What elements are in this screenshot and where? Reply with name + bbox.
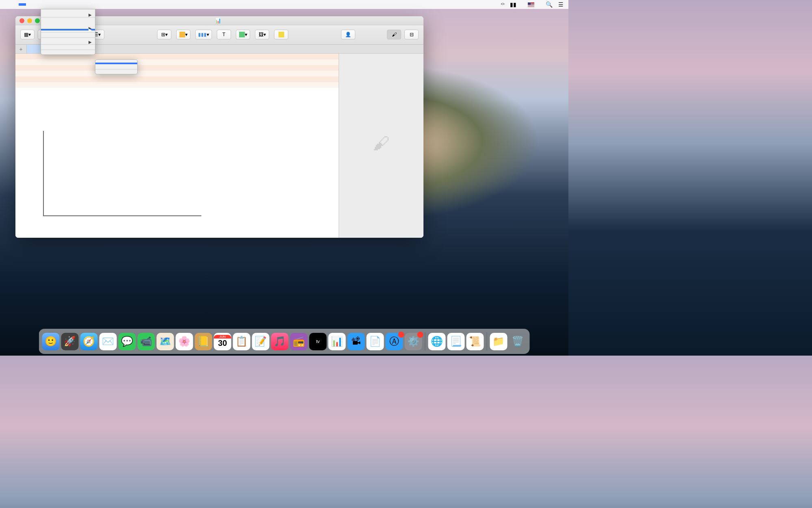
dock-keynote[interactable]: 📽 (348, 333, 365, 350)
dock-mail[interactable]: ✉️ (99, 333, 117, 350)
dock-textedit[interactable]: 📃 (447, 333, 465, 350)
format-button[interactable]: 🖌 (387, 30, 401, 39)
dock-launchpad[interactable]: 🚀 (61, 333, 79, 350)
minimize-window-button[interactable] (27, 18, 32, 23)
media-icon: 🖼 (259, 32, 263, 37)
media-button[interactable]: 🖼▾ (255, 30, 269, 39)
file-save-template[interactable] (41, 34, 95, 36)
input-source-icon[interactable] (528, 2, 534, 7)
dock-calendar[interactable]: JUN30 (214, 333, 231, 350)
chart-legend (27, 119, 201, 127)
menu-organise[interactable] (48, 3, 55, 6)
file-print[interactable] (41, 52, 95, 53)
menu-format[interactable] (55, 3, 63, 6)
menu-file[interactable] (19, 3, 26, 6)
zoom-window-button[interactable] (35, 18, 40, 23)
menu-table[interactable] (41, 3, 48, 6)
chart-icon: ▮▮▮ (198, 32, 207, 37)
control-center-icon[interactable]: ☰ (558, 1, 564, 8)
menu-share[interactable] (77, 3, 84, 6)
comment-button[interactable] (274, 30, 288, 39)
dock: 🙂 🚀 🧭 ✉️ 💬 📹 🗺️ 🌸 📒 JUN30 📋 📝 🎵 📻 tv 📊 📽… (39, 329, 530, 354)
menu-view[interactable] (70, 3, 77, 6)
dock-notes[interactable]: 📝 (252, 333, 270, 350)
export-tsv[interactable] (95, 66, 137, 67)
file-set-password[interactable] (41, 46, 95, 48)
format-sidebar: 🖌 (339, 54, 423, 238)
menu-edit[interactable] (26, 3, 33, 6)
file-menu-dropdown: ▶ ▶ ▶ ▶ (41, 9, 95, 55)
export-submenu (95, 59, 138, 74)
battery-icon[interactable]: ▮▮ (510, 1, 516, 8)
dock-trash[interactable]: 🗑️ (509, 333, 527, 350)
dock-downloads[interactable]: 📁 (490, 333, 508, 350)
menu-arrange[interactable] (63, 3, 70, 6)
spotlight-icon[interactable]: 🔍 (546, 1, 553, 8)
menu-insert[interactable] (33, 3, 41, 6)
dock-numbers[interactable]: 📊 (328, 333, 346, 350)
menubar: ⌔ ▮▮ 🔍 ☰ (0, 0, 568, 9)
table-button[interactable]: ▾ (176, 30, 190, 39)
area-chart[interactable] (27, 119, 201, 238)
dock-reminders[interactable]: 📋 (233, 333, 251, 350)
add-sheet-button[interactable]: + (15, 45, 27, 53)
menu-help[interactable] (92, 3, 99, 6)
file-open-recent[interactable]: ▶ (41, 14, 95, 15)
dock-script[interactable]: 📜 (466, 333, 484, 350)
dock-messages[interactable]: 💬 (119, 333, 136, 350)
view-button[interactable]: ▦▾ (20, 30, 35, 39)
app-menu[interactable] (11, 3, 19, 6)
doc-icon: 📊 (215, 17, 221, 24)
dock-sysprefs[interactable]: ⚙️ (405, 333, 422, 350)
dock-facetime[interactable]: 📹 (138, 333, 155, 350)
shape-button[interactable]: ▾ (236, 30, 250, 39)
wifi-icon[interactable]: ⌔ (501, 1, 504, 8)
canvas[interactable] (15, 54, 339, 238)
legend-swatch-2 (120, 120, 129, 126)
dock-pages[interactable]: 📄 (367, 333, 384, 350)
menu-window[interactable] (84, 3, 92, 6)
brush-icon: 🖌 (373, 134, 390, 153)
insert-button[interactable]: ⊞▾ (157, 30, 171, 39)
file-export-to[interactable]: ▶ (41, 29, 95, 30)
dock-contacts[interactable]: 📒 (195, 333, 212, 350)
window-title: 📊 (215, 17, 225, 24)
dock-safari[interactable]: 🧭 (80, 333, 98, 350)
collaborate-button[interactable]: 👤 (341, 30, 355, 39)
export-numbers09[interactable] (95, 71, 137, 73)
dock-appstore[interactable]: Ⓐ (386, 333, 403, 350)
close-window-button[interactable] (19, 18, 24, 23)
dock-chrome[interactable]: 🌐 (428, 333, 446, 350)
organise-button[interactable]: ⊟ (404, 30, 419, 39)
dock-tv[interactable]: tv (309, 333, 327, 350)
legend-swatch-1 (97, 120, 106, 126)
dock-maps[interactable]: 🗺️ (157, 333, 174, 350)
dock-finder[interactable]: 🙂 (42, 333, 60, 350)
text-button[interactable]: T (217, 30, 231, 39)
chart-button[interactable]: ▮▮▮▾ (195, 30, 212, 39)
dock-photos[interactable]: 🌸 (176, 333, 193, 350)
file-advanced[interactable]: ▶ (41, 41, 95, 43)
dock-podcasts[interactable]: 📻 (290, 333, 308, 350)
dock-music[interactable]: 🎵 (271, 333, 289, 350)
